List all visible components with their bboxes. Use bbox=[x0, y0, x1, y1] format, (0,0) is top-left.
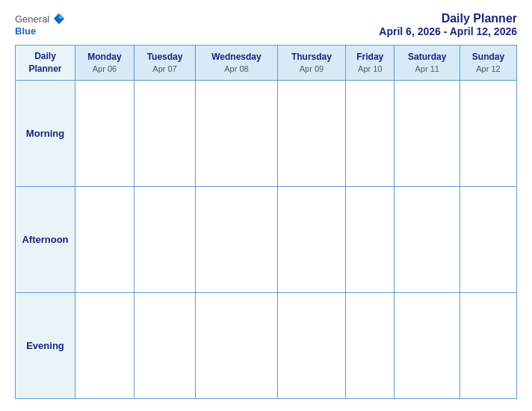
cell-saturday-morning[interactable] bbox=[395, 80, 460, 186]
page-title: Daily Planner bbox=[379, 12, 517, 25]
cell-tuesday-morning[interactable] bbox=[134, 80, 195, 186]
cell-monday-afternoon[interactable] bbox=[75, 186, 134, 292]
cell-sunday-morning[interactable] bbox=[460, 80, 517, 186]
day-date-friday: Apr 10 bbox=[349, 64, 391, 75]
row-label-afternoon: Afternoon bbox=[16, 186, 75, 292]
table-row-morning: Morning bbox=[16, 80, 517, 186]
logo-area: General Blue bbox=[15, 12, 66, 37]
col-header-monday: Monday Apr 06 bbox=[75, 46, 134, 81]
day-date-tuesday: Apr 07 bbox=[137, 64, 192, 75]
row-label-evening: Evening bbox=[16, 292, 75, 398]
day-date-monday: Apr 06 bbox=[78, 64, 131, 75]
day-date-saturday: Apr 11 bbox=[398, 64, 457, 75]
cell-thursday-morning[interactable] bbox=[277, 80, 345, 186]
table-row-evening: Evening bbox=[16, 292, 517, 398]
cell-saturday-afternoon[interactable] bbox=[395, 186, 460, 292]
day-date-thursday: Apr 09 bbox=[281, 64, 342, 75]
header: General Blue Daily Planner April 6, 2026… bbox=[15, 12, 517, 37]
col-header-saturday: Saturday Apr 11 bbox=[395, 46, 460, 81]
cell-tuesday-evening[interactable] bbox=[134, 292, 195, 398]
day-name-thursday: Thursday bbox=[281, 51, 342, 64]
logo-icon bbox=[52, 12, 66, 25]
cell-thursday-afternoon[interactable] bbox=[277, 186, 345, 292]
cell-wednesday-morning[interactable] bbox=[196, 80, 277, 186]
day-name-wednesday: Wednesday bbox=[199, 51, 273, 64]
day-date-sunday: Apr 12 bbox=[463, 64, 513, 75]
col-header-sunday: Sunday Apr 12 bbox=[460, 46, 517, 81]
cell-thursday-evening[interactable] bbox=[277, 292, 345, 398]
day-name-monday: Monday bbox=[78, 51, 131, 64]
col-header-thursday: Thursday Apr 09 bbox=[277, 46, 345, 81]
cell-friday-afternoon[interactable] bbox=[346, 186, 395, 292]
col-header-tuesday: Tuesday Apr 07 bbox=[134, 46, 195, 81]
cell-monday-morning[interactable] bbox=[75, 80, 134, 186]
col-label-text: Daily Planner bbox=[28, 51, 61, 74]
table-row-afternoon: Afternoon bbox=[16, 186, 517, 292]
col-header-friday: Friday Apr 10 bbox=[346, 46, 395, 81]
header-row: Daily Planner Monday Apr 06 Tuesday Apr … bbox=[16, 46, 517, 81]
day-name-sunday: Sunday bbox=[463, 51, 513, 64]
logo-blue-text: Blue bbox=[15, 25, 36, 37]
cell-friday-morning[interactable] bbox=[346, 80, 395, 186]
cell-wednesday-evening[interactable] bbox=[196, 292, 277, 398]
day-name-tuesday: Tuesday bbox=[137, 51, 192, 64]
cell-sunday-afternoon[interactable] bbox=[460, 186, 517, 292]
logo: General bbox=[15, 12, 66, 25]
day-name-friday: Friday bbox=[349, 51, 391, 64]
cell-tuesday-afternoon[interactable] bbox=[134, 186, 195, 292]
day-name-saturday: Saturday bbox=[398, 51, 457, 64]
cell-sunday-evening[interactable] bbox=[460, 292, 517, 398]
cell-wednesday-afternoon[interactable] bbox=[196, 186, 277, 292]
cell-monday-evening[interactable] bbox=[75, 292, 134, 398]
title-area: Daily Planner April 6, 2026 - April 12, … bbox=[379, 12, 517, 37]
svg-marker-1 bbox=[59, 13, 64, 19]
logo-general-text: General bbox=[15, 13, 49, 25]
day-date-wednesday: Apr 08 bbox=[199, 64, 273, 75]
row-label-morning: Morning bbox=[16, 80, 75, 186]
col-header-wednesday: Wednesday Apr 08 bbox=[196, 46, 277, 81]
cell-friday-evening[interactable] bbox=[346, 292, 395, 398]
col-header-label: Daily Planner bbox=[16, 46, 75, 81]
planner-table: Daily Planner Monday Apr 06 Tuesday Apr … bbox=[15, 45, 517, 399]
date-range: April 6, 2026 - April 12, 2026 bbox=[379, 25, 517, 37]
cell-saturday-evening[interactable] bbox=[395, 292, 460, 398]
